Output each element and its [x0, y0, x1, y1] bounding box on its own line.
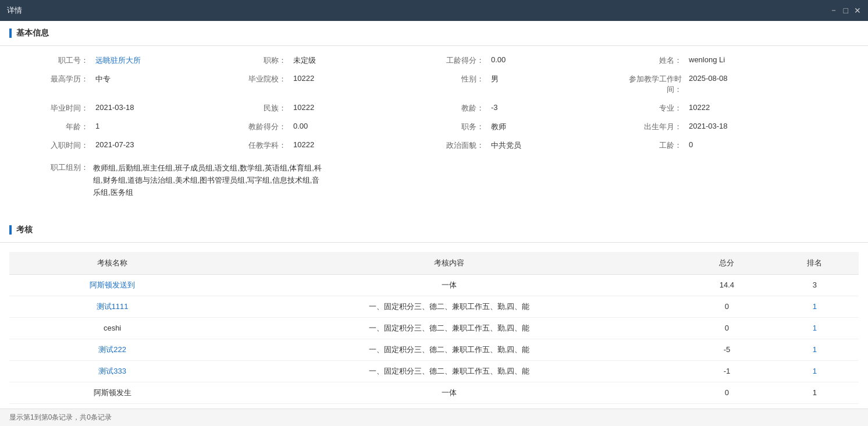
cell-name[interactable]: 阿斯顿发送到 — [9, 274, 215, 296]
cell-rank: 3 — [771, 274, 859, 296]
field-value-birth: 2021-03-18 — [686, 122, 814, 132]
field-value-teach-age: -3 — [489, 103, 617, 113]
field-label-edu: 最高学历： — [23, 74, 93, 95]
table-row: 测试333一、固定积分三、德二、兼职工作五、勤,四、能-11 — [9, 360, 859, 382]
cell-name: 阿斯顿发生 — [9, 382, 215, 403]
cell-rank: 1 — [771, 360, 859, 382]
field-label-gender: 性别： — [419, 74, 489, 95]
field-label-major: 专业： — [617, 103, 686, 113]
field-value-teach-score: 0.00 — [291, 122, 419, 132]
group-row: 职工组别： 教师组,后勤组,班主任组,班子成员组,语文组,数学组,英语组,体育组… — [0, 160, 868, 208]
field-value-political: 中共党员 — [489, 140, 617, 151]
assessment-table: 考核名称 考核内容 总分 排名 阿斯顿发送到一体14.43测试1111一、固定积… — [9, 252, 859, 426]
section-bar-icon — [9, 29, 12, 38]
basic-info-header: 基本信息 — [0, 21, 868, 46]
section-bar-assessment-icon — [9, 225, 12, 235]
cell-rank: 1 — [771, 317, 859, 339]
assessment-table-container: 考核名称 考核内容 总分 排名 阿斯顿发送到一体14.43测试1111一、固定积… — [0, 252, 868, 426]
field-label-teach-age: 教龄： — [419, 103, 489, 113]
title-bar: 详情 － □ ✕ — [0, 0, 868, 21]
col-header-rank: 排名 — [771, 252, 859, 275]
table-row: 阿斯顿发生一体01 — [9, 382, 859, 403]
main-content: 基本信息 职工号： 远眺驻所大所 职称： 未定级 工龄得分： 0.00 姓名： … — [0, 21, 868, 426]
field-value-name: wenlong Li — [686, 55, 814, 66]
field-label-seniority-score: 工龄得分： — [419, 55, 489, 66]
col-header-name: 考核名称 — [9, 252, 215, 275]
cell-content: 一体 — [215, 274, 683, 296]
cell-total: 14.4 — [683, 274, 771, 296]
cell-content: 一、固定积分三、德二、兼职工作五、勤,四、能 — [215, 339, 683, 360]
field-value-age: 1 — [93, 122, 221, 132]
table-row: 测试222一、固定积分三、德二、兼职工作五、勤,四、能-51 — [9, 339, 859, 360]
table-row: ceshi一、固定积分三、德二、兼职工作五、勤,四、能01 — [9, 317, 859, 339]
field-value-ethnicity: 10222 — [291, 103, 419, 113]
field-label-subject: 任教学科： — [221, 140, 291, 151]
minimize-button[interactable]: － — [830, 5, 838, 16]
field-label-hire-date: 入职时间： — [23, 140, 93, 151]
cell-total: -1 — [683, 360, 771, 382]
field-value-job-id: 远眺驻所大所 — [93, 55, 221, 66]
basic-info-title: 基本信息 — [16, 28, 49, 38]
field-value-edu: 中专 — [93, 74, 221, 95]
field-label-title: 职称： — [221, 55, 291, 66]
cell-total: 0 — [683, 296, 771, 317]
field-value-major: 10222 — [686, 103, 814, 113]
col-header-total: 总分 — [683, 252, 771, 275]
field-label-school: 毕业院校： — [221, 74, 291, 95]
cell-name: ceshi — [9, 317, 215, 339]
maximize-button[interactable]: □ — [844, 5, 848, 16]
field-label-teach-start: 参加教学工作时间： — [617, 74, 686, 95]
field-value-seniority-score: 0.00 — [489, 55, 617, 66]
window-controls: － □ ✕ — [830, 5, 861, 16]
cell-rank: 1 — [771, 382, 859, 403]
field-value-seniority: 0 — [686, 140, 814, 151]
field-label-name: 姓名： — [617, 55, 686, 66]
field-value-grad-date: 2021-03-18 — [93, 103, 221, 113]
assessment-header: 考核 — [0, 218, 868, 243]
field-value-subject: 10222 — [291, 140, 419, 151]
cell-total: -5 — [683, 339, 771, 360]
field-value-position: 教师 — [489, 122, 617, 132]
field-value-gender: 男 — [489, 74, 617, 95]
assessment-title: 考核 — [16, 225, 33, 235]
cell-content: 一、固定积分三、德二、兼职工作五、勤,四、能 — [215, 317, 683, 339]
cell-content: 一体 — [215, 382, 683, 403]
field-label-age: 年龄： — [23, 122, 93, 132]
group-label: 职工组别： — [23, 162, 93, 173]
table-row: 测试1111一、固定积分三、德二、兼职工作五、勤,四、能01 — [9, 296, 859, 317]
col-header-content: 考核内容 — [215, 252, 683, 275]
table-row: 阿斯顿发送到一体14.43 — [9, 274, 859, 296]
cell-name[interactable]: 测试333 — [9, 360, 215, 382]
field-label-ethnicity: 民族： — [221, 103, 291, 113]
cell-total: 0 — [683, 317, 771, 339]
field-value-teach-start: 2025-08-08 — [686, 74, 814, 95]
field-value-title: 未定级 — [291, 55, 419, 66]
cell-name[interactable]: 测试222 — [9, 339, 215, 360]
window-title: 详情 — [7, 5, 22, 16]
field-label-position: 职务： — [419, 122, 489, 132]
cell-content: 一、固定积分三、德二、兼职工作五、勤,四、能 — [215, 360, 683, 382]
field-label-political: 政治面貌： — [419, 140, 489, 151]
field-label-seniority: 工龄： — [617, 140, 686, 151]
cell-rank: 1 — [771, 339, 859, 360]
field-label-job-id: 职工号： — [23, 55, 93, 66]
field-label-birth: 出生年月： — [617, 122, 686, 132]
group-value: 教师组,后勤组,班主任组,班子成员组,语文组,数学组,英语组,体育组,科组,财务… — [93, 162, 326, 198]
cell-name[interactable]: 测试1111 — [9, 296, 215, 317]
basic-info-grid: 职工号： 远眺驻所大所 职称： 未定级 工龄得分： 0.00 姓名： wenlo… — [0, 46, 868, 160]
field-label-teach-score: 教龄得分： — [221, 122, 291, 132]
footer-bar: 显示第1到第0条记录，共0条记录 — [0, 409, 868, 426]
close-button[interactable]: ✕ — [854, 5, 861, 16]
footer-text: 显示第1到第0条记录，共0条记录 — [9, 413, 112, 421]
cell-content: 一、固定积分三、德二、兼职工作五、勤,四、能 — [215, 296, 683, 317]
field-value-school: 10222 — [291, 74, 419, 95]
field-label-grad-date: 毕业时间： — [23, 103, 93, 113]
cell-total: 0 — [683, 382, 771, 403]
field-value-hire-date: 2021-07-23 — [93, 140, 221, 151]
cell-rank: 1 — [771, 296, 859, 317]
table-header-row: 考核名称 考核内容 总分 排名 — [9, 252, 859, 275]
